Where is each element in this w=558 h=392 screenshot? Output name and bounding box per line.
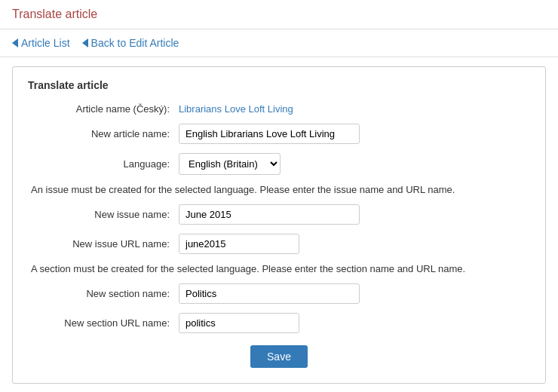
- new-issue-url-row: New issue URL name:: [28, 234, 530, 254]
- new-section-url-row: New section URL name:: [28, 313, 530, 333]
- new-article-name-label: New article name:: [28, 128, 179, 139]
- language-select[interactable]: English (Britain): [179, 153, 281, 175]
- new-section-name-input[interactable]: [179, 283, 360, 304]
- nav-bar: Article List Back to Edit Article: [0, 29, 558, 57]
- arrow-left-icon: [12, 38, 18, 47]
- new-section-url-input[interactable]: [179, 313, 299, 333]
- arrow-left-icon-2: [82, 38, 88, 47]
- new-section-name-row: New section name:: [28, 283, 530, 304]
- language-label: Language:: [28, 158, 179, 170]
- new-issue-name-input[interactable]: [179, 204, 360, 225]
- page-header: Translate article: [0, 0, 558, 29]
- new-issue-name-row: New issue name:: [28, 204, 530, 225]
- save-button[interactable]: Save: [250, 345, 308, 368]
- card-title: Translate article: [28, 79, 530, 91]
- new-issue-name-label: New issue name:: [28, 209, 179, 220]
- page-title: Translate article: [12, 8, 97, 20]
- article-name-value: Librarians Love Loft Living: [179, 103, 293, 115]
- article-name-row: Article name (Český): Librarians Love Lo…: [28, 103, 530, 115]
- language-row: Language: English (Britain): [28, 153, 530, 175]
- new-article-name-row: New article name:: [28, 124, 530, 144]
- article-list-link[interactable]: Article List: [12, 37, 70, 49]
- back-to-edit-link[interactable]: Back to Edit Article: [82, 37, 179, 49]
- article-name-label: Article name (Český):: [28, 103, 179, 115]
- new-section-name-label: New section name:: [28, 288, 179, 299]
- new-section-url-label: New section URL name:: [28, 317, 179, 329]
- new-issue-url-label: New issue URL name:: [28, 238, 179, 250]
- new-article-name-input[interactable]: [179, 124, 360, 144]
- back-label: Back to Edit Article: [91, 37, 179, 49]
- article-list-label: Article List: [21, 37, 70, 49]
- new-issue-url-input[interactable]: [179, 234, 299, 254]
- translate-article-card: Translate article Article name (Český): …: [12, 66, 546, 384]
- issue-notice: An issue must be created for the selecte…: [28, 184, 530, 195]
- section-notice: A section must be created for the select…: [28, 263, 530, 274]
